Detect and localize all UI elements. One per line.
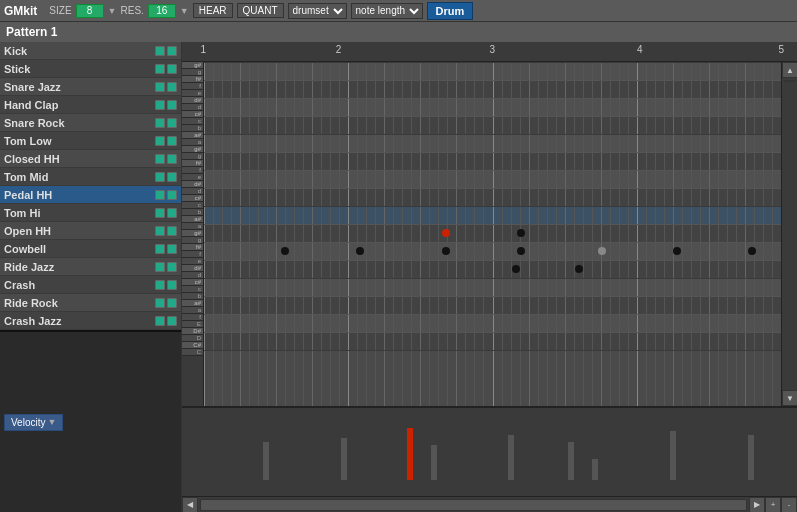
- track-solo-icon[interactable]: [167, 82, 177, 92]
- track-row-crash[interactable]: Crash: [0, 276, 181, 294]
- piano-key-38[interactable]: D#: [182, 328, 203, 335]
- track-row-closed-hh[interactable]: Closed HH: [0, 150, 181, 168]
- piano-key-17[interactable]: d#: [182, 181, 203, 188]
- note-3[interactable]: [356, 247, 364, 255]
- track-solo-icon[interactable]: [167, 262, 177, 272]
- piano-key-29[interactable]: d#: [182, 265, 203, 272]
- hear-button[interactable]: HEAR: [193, 3, 233, 18]
- piano-key-18[interactable]: d: [182, 188, 203, 195]
- piano-key-23[interactable]: a: [182, 223, 203, 230]
- scroll-left-btn[interactable]: ◀: [182, 497, 198, 513]
- piano-key-34[interactable]: a#: [182, 300, 203, 307]
- track-mute-icon[interactable]: [155, 280, 165, 290]
- piano-key-16[interactable]: e: [182, 174, 203, 181]
- zoom-out-btn[interactable]: -: [781, 497, 797, 513]
- track-row-tom-mid[interactable]: Tom Mid: [0, 168, 181, 186]
- track-solo-icon[interactable]: [167, 64, 177, 74]
- piano-key-14[interactable]: f#: [182, 160, 203, 167]
- bottom-scrollbar[interactable]: ◀ ▶ + -: [182, 496, 797, 512]
- piano-key-11[interactable]: a: [182, 139, 203, 146]
- piano-key-33[interactable]: b: [182, 293, 203, 300]
- track-row-ride-jazz[interactable]: Ride Jazz: [0, 258, 181, 276]
- scrollbar-v[interactable]: [784, 80, 796, 82]
- track-mute-icon[interactable]: [155, 118, 165, 128]
- track-mute-icon[interactable]: [155, 298, 165, 308]
- track-mute-icon[interactable]: [155, 64, 165, 74]
- piano-key-9[interactable]: b: [182, 125, 203, 132]
- piano-key-28[interactable]: e: [182, 258, 203, 265]
- size-arrow[interactable]: ▼: [108, 6, 117, 16]
- scroll-right-btn[interactable]: ▶: [749, 497, 765, 513]
- track-row-open-hh[interactable]: Open HH: [0, 222, 181, 240]
- track-solo-icon[interactable]: [167, 118, 177, 128]
- track-mute-icon[interactable]: [155, 262, 165, 272]
- piano-key-21[interactable]: b: [182, 209, 203, 216]
- scroll-up-btn[interactable]: ▲: [782, 62, 797, 78]
- track-row-snare-jazz[interactable]: Snare Jazz: [0, 78, 181, 96]
- track-solo-icon[interactable]: [167, 244, 177, 254]
- piano-key-30[interactable]: d: [182, 272, 203, 279]
- piano-key-32[interactable]: c: [182, 286, 203, 293]
- piano-key-24[interactable]: g#: [182, 230, 203, 237]
- track-solo-icon[interactable]: [167, 208, 177, 218]
- piano-key-10[interactable]: a#: [182, 132, 203, 139]
- track-row-cowbell[interactable]: Cowbell: [0, 240, 181, 258]
- track-row-tom-low[interactable]: Tom Low: [0, 132, 181, 150]
- track-row-ride-rock[interactable]: Ride Rock: [0, 294, 181, 312]
- track-solo-icon[interactable]: [167, 226, 177, 236]
- piano-key-20[interactable]: c: [182, 202, 203, 209]
- quant-button[interactable]: QUANT: [237, 3, 284, 18]
- piano-key-26[interactable]: f#: [182, 244, 203, 251]
- track-row-pedal-hh[interactable]: Pedal HH: [0, 186, 181, 204]
- piano-key-19[interactable]: c#: [182, 195, 203, 202]
- piano-key-4[interactable]: e: [182, 90, 203, 97]
- track-mute-icon[interactable]: [155, 82, 165, 92]
- zoom-in-btn[interactable]: +: [765, 497, 781, 513]
- piano-key-25[interactable]: g: [182, 237, 203, 244]
- piano-key-12[interactable]: g#: [182, 146, 203, 153]
- piano-key-39[interactable]: D: [182, 335, 203, 342]
- length-select[interactable]: note length: [351, 3, 423, 19]
- piano-key-3[interactable]: f: [182, 83, 203, 90]
- track-solo-icon[interactable]: [167, 100, 177, 110]
- track-row-snare-rock[interactable]: Snare Rock: [0, 114, 181, 132]
- track-solo-icon[interactable]: [167, 136, 177, 146]
- piano-key-5[interactable]: d#: [182, 97, 203, 104]
- piano-key-7[interactable]: c#: [182, 111, 203, 118]
- track-solo-icon[interactable]: [167, 280, 177, 290]
- track-mute-icon[interactable]: [155, 244, 165, 254]
- right-scrollbar[interactable]: ▲ ▼: [781, 62, 797, 406]
- track-row-crash-jazz[interactable]: Crash Jazz: [0, 312, 181, 330]
- instrument-select[interactable]: drumset: [288, 3, 347, 19]
- track-solo-icon[interactable]: [167, 172, 177, 182]
- piano-key-35[interactable]: a: [182, 307, 203, 314]
- piano-key-40[interactable]: C#: [182, 342, 203, 349]
- scrollbar-h[interactable]: [200, 499, 747, 511]
- piano-key-2[interactable]: f#: [182, 76, 203, 83]
- drum-button[interactable]: Drum: [427, 2, 474, 20]
- piano-key-1[interactable]: g: [182, 69, 203, 76]
- piano-key-37[interactable]: E: [182, 321, 203, 328]
- track-solo-icon[interactable]: [167, 190, 177, 200]
- piano-key-15[interactable]: f: [182, 167, 203, 174]
- res-knob[interactable]: 16: [148, 4, 176, 18]
- note-9[interactable]: [512, 265, 520, 273]
- piano-key-27[interactable]: f: [182, 251, 203, 258]
- piano-key-0[interactable]: g#: [182, 62, 203, 69]
- piano-key-22[interactable]: a#: [182, 216, 203, 223]
- track-mute-icon[interactable]: [155, 316, 165, 326]
- track-row-tom-hi[interactable]: Tom Hi: [0, 204, 181, 222]
- track-mute-icon[interactable]: [155, 226, 165, 236]
- piano-key-8[interactable]: c: [182, 118, 203, 125]
- piano-key-41[interactable]: C: [182, 349, 203, 356]
- track-mute-icon[interactable]: [155, 136, 165, 146]
- note-2[interactable]: [281, 247, 289, 255]
- track-mute-icon[interactable]: [155, 46, 165, 56]
- track-mute-icon[interactable]: [155, 208, 165, 218]
- track-solo-icon[interactable]: [167, 298, 177, 308]
- piano-key-13[interactable]: g: [182, 153, 203, 160]
- track-mute-icon[interactable]: [155, 100, 165, 110]
- track-row-stick[interactable]: Stick: [0, 60, 181, 78]
- track-solo-icon[interactable]: [167, 46, 177, 56]
- note-10[interactable]: [575, 265, 583, 273]
